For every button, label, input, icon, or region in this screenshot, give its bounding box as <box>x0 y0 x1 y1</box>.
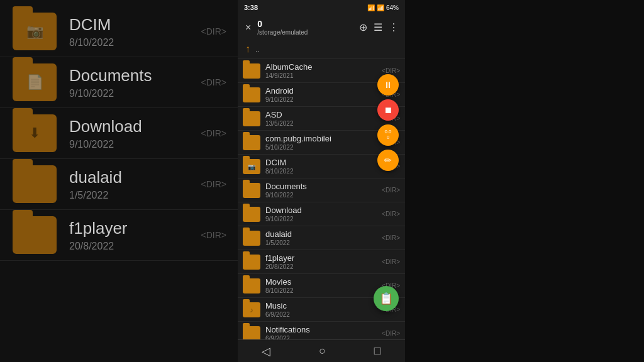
folder-icon-asd <box>243 111 260 126</box>
bg-folder-documents: 📄 Documents 9/10/2022 <DIR> <box>0 57 239 108</box>
wifi-icon: 📶 <box>367 4 375 11</box>
background-folder-view: 📷 DCIM 8/10/2022 <DIR> 📄 Documents 9/10/… <box>0 0 239 362</box>
parent-dir-label: .. <box>255 45 260 54</box>
folder-info-pubg: com.pubg.imobilei 5/10/2022 <box>265 134 377 151</box>
folder-item-f1player[interactable]: f1player 20/8/2022 <DIR> <box>238 250 405 274</box>
folder-icon-notifications <box>243 326 260 340</box>
stop-icon: ⏹ <box>384 105 392 115</box>
list-icon[interactable]: ☰ <box>372 20 384 35</box>
bg-folder-name-dcim: DCIM <box>69 15 189 35</box>
bg-folder-date-download: 9/10/2022 <box>69 139 189 150</box>
bg-folder-date-f1player: 20/8/2022 <box>69 241 189 252</box>
dir-label-albumcache: <DIR> <box>382 67 400 74</box>
folder-name-asd: ASD <box>265 110 377 119</box>
edit-button[interactable]: ✏ <box>377 150 399 171</box>
folder-icon-android <box>243 87 260 102</box>
selection-count: 0 <box>257 19 354 29</box>
fab-icon: 📋 <box>379 292 393 305</box>
app-bar-title: 0 /storage/emulated <box>257 19 354 36</box>
dir-label-dualaid: <DIR> <box>382 234 400 241</box>
folder-info-documents: Documents 9/10/2022 <box>265 182 377 199</box>
bg-folder-info-documents: Documents 9/10/2022 <box>69 66 189 99</box>
folder-icon-movies <box>243 278 260 293</box>
bg-folder-name-dualaid: dualaid <box>69 168 189 187</box>
close-button[interactable]: × <box>243 21 253 35</box>
folder-name-dcim: DCIM <box>265 158 377 167</box>
bg-dir-documents: <DIR> <box>201 77 226 87</box>
bg-folder-date-documents: 9/10/2022 <box>69 88 189 99</box>
folder-date-music: 6/9/2022 <box>265 311 377 318</box>
pause-button[interactable]: ⏸ <box>377 74 399 96</box>
folder-info-movies: Movies 8/10/2022 <box>265 277 377 294</box>
folder-icon-dcim <box>243 159 260 174</box>
folder-info-download: Download 9/10/2022 <box>265 206 377 222</box>
badge-button[interactable]: 0.00 <box>377 124 399 146</box>
fab-button[interactable]: 📋 <box>374 286 399 311</box>
bg-folder-name-download: Download <box>69 117 189 136</box>
dir-label-documents: <DIR> <box>382 187 400 194</box>
pause-icon: ⏸ <box>384 80 392 90</box>
bg-folder-f1player: f1player 20/8/2022 <DIR> <box>0 210 239 261</box>
folder-name-documents: Documents <box>265 182 377 191</box>
folder-item-notifications[interactable]: Notifications 6/9/2022 <DIR> <box>238 322 405 339</box>
bottom-nav: ◁ Tenant ○ □ <box>238 339 405 362</box>
back-button[interactable]: ◁ <box>254 342 278 361</box>
folder-date-dualaid: 1/5/2022 <box>265 239 377 246</box>
bg-folder-icon-dcim: 📷 <box>13 13 57 50</box>
dcim-inner-icon: 📷 <box>26 23 43 40</box>
folder-item-download[interactable]: Download 9/10/2022 <DIR> <box>238 202 405 226</box>
phone-overlay: 3:38 📶 📶 64% × 0 /storage/emulated ⊕ ☰ ⋮… <box>238 0 405 362</box>
more-icon[interactable]: ⋮ <box>387 20 400 35</box>
folder-icon-documents <box>243 183 260 198</box>
parent-dir-item[interactable]: ↑ .. <box>238 40 405 59</box>
status-icons: 📶 📶 64% <box>367 4 399 11</box>
float-buttons-panel: ⏸ ⏹ 0.00 ✏ <box>377 74 399 171</box>
status-time: 3:38 <box>244 4 258 11</box>
dir-label-f1player: <DIR> <box>382 258 400 265</box>
bg-dir-dcim: <DIR> <box>201 26 226 36</box>
bg-folder-name-f1player: f1player <box>69 219 189 238</box>
folder-info-dualaid: dualaid 1/5/2022 <box>265 229 377 246</box>
folder-icon-f1player <box>243 255 260 270</box>
folder-name-android: Android <box>265 86 377 96</box>
bg-folder-icon-documents: 📄 <box>13 63 57 101</box>
bg-dir-dualaid: <DIR> <box>201 179 226 189</box>
bg-dir-download: <DIR> <box>201 128 226 138</box>
folder-info-asd: ASD 13/5/2022 <box>265 110 377 127</box>
edit-icon: ✏ <box>384 155 392 165</box>
signal-icon: 📶 <box>377 4 384 11</box>
folder-icon-download <box>243 207 260 222</box>
status-bar: 3:38 📶 📶 64% <box>238 0 405 15</box>
folder-icon-dualaid <box>243 231 260 246</box>
documents-inner-icon: 📄 <box>26 74 43 90</box>
folder-date-android: 9/10/2022 <box>265 96 377 103</box>
bg-folder-icon-download: ⬇ <box>13 114 57 152</box>
folder-info-android: Android 9/10/2022 <box>265 86 377 103</box>
bg-folder-name-documents: Documents <box>69 66 189 85</box>
download-inner-icon: ⬇ <box>29 125 40 141</box>
bg-folder-info-download: Download 9/10/2022 <box>69 117 189 150</box>
folder-item-documents[interactable]: Documents 9/10/2022 <DIR> <box>238 178 405 202</box>
bg-dir-f1player: <DIR> <box>201 230 226 240</box>
folder-date-download: 9/10/2022 <box>265 216 377 222</box>
recents-button[interactable]: □ <box>367 342 389 360</box>
folder-info-albumcache: AlbumCache 14/9/2021 <box>265 62 377 79</box>
current-path: /storage/emulated <box>257 29 354 36</box>
folder-date-notifications: 6/9/2022 <box>265 335 377 339</box>
file-list: ↑ .. AlbumCache 14/9/2021 <DIR> Android … <box>238 40 405 339</box>
stop-button[interactable]: ⏹ <box>377 99 399 121</box>
folder-info-dcim: DCIM 8/10/2022 <box>265 158 377 175</box>
add-icon[interactable]: ⊕ <box>358 20 369 35</box>
bg-folder-icon-dualaid <box>13 165 57 203</box>
bg-folder-info-dualaid: dualaid 1/5/2022 <box>69 168 189 201</box>
home-button[interactable]: ○ <box>311 342 333 360</box>
bg-folder-date-dcim: 8/10/2022 <box>69 37 189 48</box>
folder-date-f1player: 20/8/2022 <box>265 263 377 270</box>
folder-item-dualaid[interactable]: dualaid 1/5/2022 <DIR> <box>238 226 405 250</box>
folder-date-documents: 9/10/2022 <box>265 192 377 199</box>
right-dark-area <box>405 0 644 362</box>
folder-info-music: Music 6/9/2022 <box>265 301 377 318</box>
folder-icon-albumcache <box>243 63 260 79</box>
folder-name-notifications: Notifications <box>265 325 377 334</box>
folder-name-dualaid: dualaid <box>265 229 377 239</box>
